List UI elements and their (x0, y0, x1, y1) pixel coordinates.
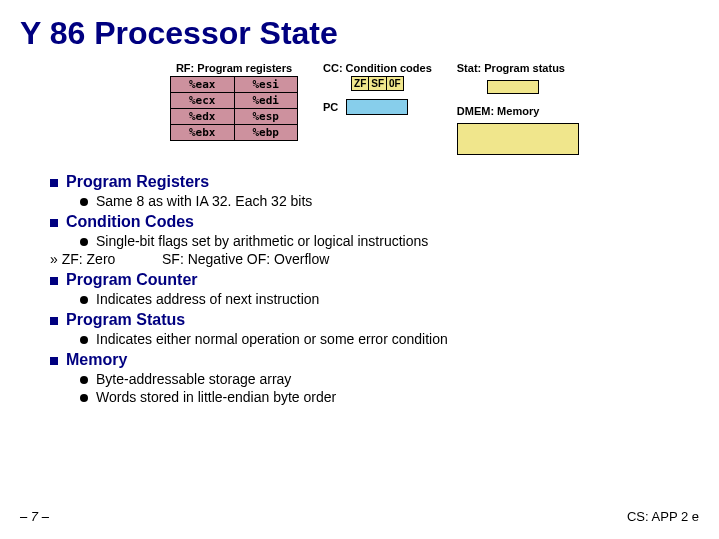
rf-label: RF: Program registers (170, 62, 298, 74)
cc-cell: ZF (352, 77, 369, 91)
round-bullet-icon (80, 376, 88, 384)
section-title: Condition Codes (66, 213, 194, 230)
section-title: Program Registers (66, 173, 209, 190)
stat-label: Stat: Program status (457, 62, 565, 74)
cc-cell: 0F (387, 77, 404, 91)
reg-cell: %esi (234, 77, 298, 93)
state-diagram: RF: Program registers %eax%esi %ecx%edi … (170, 62, 699, 158)
reg-cell: %edi (234, 93, 298, 109)
dmem-label: DMEM: Memory (457, 105, 540, 117)
square-bullet-icon (50, 179, 58, 187)
pc-box (346, 99, 408, 115)
reg-cell: %ebx (171, 125, 235, 141)
stat-box (487, 80, 539, 94)
cc-cell: SF (369, 77, 387, 91)
page-number: – 7 – (20, 509, 49, 524)
pc-label: PC (323, 101, 338, 113)
round-bullet-icon (80, 238, 88, 246)
square-bullet-icon (50, 277, 58, 285)
slide-title: Y 86 Processor State (20, 15, 699, 52)
bullet-text: Single-bit flags set by arithmetic or lo… (96, 233, 428, 249)
reg-cell: %esp (234, 109, 298, 125)
section-title: Program Status (66, 311, 185, 328)
bullet-text: Words stored in little-endian byte order (96, 389, 336, 405)
reg-cell: %edx (171, 109, 235, 125)
section-title: Memory (66, 351, 127, 368)
bullet-text: Byte-addressable storage array (96, 371, 291, 387)
round-bullet-icon (80, 336, 88, 344)
footer: – 7 – CS: APP 2 e (20, 509, 699, 524)
reg-cell: %ecx (171, 93, 235, 109)
round-bullet-icon (80, 296, 88, 304)
source-label: CS: APP 2 e (627, 509, 699, 524)
round-bullet-icon (80, 198, 88, 206)
section-title: Program Counter (66, 271, 198, 288)
bullet-text: Indicates address of next instruction (96, 291, 319, 307)
dmem-box (457, 123, 579, 155)
sub-bullet-text: » ZF: Zero SF: Negative OF: Overflow (50, 251, 699, 267)
reg-cell: %eax (171, 77, 235, 93)
reg-cell: %ebp (234, 125, 298, 141)
register-table: %eax%esi %ecx%edi %edx%esp %ebx%ebp (170, 76, 298, 141)
round-bullet-icon (80, 394, 88, 402)
cc-table: ZF SF 0F (351, 76, 404, 91)
content: Program Registers Same 8 as with IA 32. … (50, 173, 699, 405)
cc-label: CC: Condition codes (323, 62, 432, 74)
bullet-text: Indicates either normal operation or som… (96, 331, 448, 347)
bullet-text: Same 8 as with IA 32. Each 32 bits (96, 193, 312, 209)
square-bullet-icon (50, 317, 58, 325)
square-bullet-icon (50, 357, 58, 365)
square-bullet-icon (50, 219, 58, 227)
